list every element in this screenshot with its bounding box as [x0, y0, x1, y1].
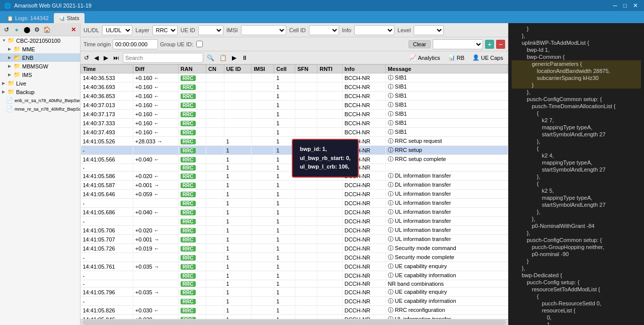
root-folder-icon: 📁	[8, 37, 15, 44]
table-cell	[295, 73, 317, 83]
level-select[interactable]	[414, 25, 444, 35]
add-filter-button[interactable]: +	[485, 40, 494, 49]
home-button[interactable]: 🏠	[42, 25, 51, 34]
table-row[interactable]: 14:40:36.533+0.160 ←RRC1BCCH-NRⓘ SIB1	[81, 73, 508, 83]
table-row[interactable]: -RRC11DCCH-NR	[81, 164, 508, 172]
search-filter-button[interactable]: 🔍	[205, 54, 216, 62]
title-bar: 🌐 Amarisoft Web GUI 2021-11-19 ─ □ ✕	[0, 0, 644, 11]
col-ueid[interactable]: UE ID	[224, 65, 252, 73]
table-row[interactable]: -RRC11DCCH-NRNR band combinations	[81, 280, 508, 288]
sidebar-close-button[interactable]: ✕	[69, 25, 78, 34]
close-button[interactable]: ✕	[631, 2, 640, 9]
table-row[interactable]: 14:40:37.493+0.160 ←RRC1BCCH-NRⓘ SIB1	[81, 128, 508, 137]
disconnect-button[interactable]: ⬤	[22, 25, 31, 34]
table-cell: 1	[224, 271, 252, 280]
table-row[interactable]: -RRC11DCCH-NRⓘ UL information transfer	[81, 217, 508, 226]
rb-icon: 📊	[448, 54, 455, 61]
sidebar-item-mme-log[interactable]: 📄 mme_nr_sa_n78_40Mhz_BwpSwitch.log ✓	[0, 105, 80, 113]
table-row[interactable]: 14:41:05.706+0.020 ←RRC11DCCH-NRⓘ UL inf…	[81, 226, 508, 235]
group-ueid-checkbox[interactable]	[196, 41, 203, 47]
table-row[interactable]: -RRC11CCCH-NRⓘ RRC setup	[81, 146, 508, 155]
col-message[interactable]: Message	[385, 65, 508, 73]
table-cell: DCCH-NR	[342, 155, 385, 164]
col-cell[interactable]: Cell	[274, 65, 295, 73]
minimize-button[interactable]: ─	[611, 2, 619, 9]
ueid-select[interactable]	[198, 25, 223, 35]
table-row[interactable]: -RRC11DCCH-NRⓘ Security mode complete	[81, 253, 508, 262]
table-row[interactable]: 14:41:05.796+0.035 →RRC11DCCH-NRⓘ UE cap…	[81, 288, 508, 297]
remove-filter-button[interactable]: −	[496, 40, 505, 49]
table-row[interactable]: 14:41:05.761+0.035 →RRC11DCCH-NRⓘ UE cap…	[81, 262, 508, 271]
table-row[interactable]: 14:41:05.846+0.020 ←RRC11DCCH-NRⓘ UL inf…	[81, 315, 508, 319]
col-time[interactable]: Time	[81, 65, 133, 73]
table-row[interactable]: 14:40:36.693+0.160 ←RRC1BCCH-NRⓘ SIB1	[81, 83, 508, 92]
table-row[interactable]: 14:41:05.586+0.020 ←RRC11DCCH-NRⓘ DL inf…	[81, 172, 508, 181]
info-select[interactable]	[354, 25, 394, 35]
table-cell	[252, 181, 274, 190]
analytics-button[interactable]: 📈 Analytics	[407, 53, 443, 62]
table-row[interactable]: 14:41:05.686+0.040 ←RRC11DCCH-NRⓘ UL inf…	[81, 208, 508, 217]
tab-stats[interactable]: 📊 Stats	[54, 13, 85, 23]
table-cell: DCCH-NR	[342, 208, 385, 217]
nav-forward-button[interactable]: ⏭	[112, 54, 121, 62]
col-info[interactable]: Info	[342, 65, 385, 73]
cellid-select[interactable]	[309, 25, 339, 35]
refresh-button[interactable]: ↺	[2, 25, 11, 34]
col-ran[interactable]: RAN	[178, 65, 206, 73]
table-row[interactable]: 14:40:37.333+0.160 ←RRC1BCCH-NRⓘ SIB1	[81, 119, 508, 128]
tab-logs[interactable]: 📋 Logs: 144342	[2, 13, 54, 23]
sidebar-item-live[interactable]: ▶ 📁 Live	[0, 79, 80, 88]
sidebar-item-backup[interactable]: ▶ 📁 Backup	[0, 88, 80, 96]
table-cell	[206, 83, 224, 92]
sidebar-item-enb[interactable]: ▶ 📂 ENB	[0, 53, 80, 62]
table-row[interactable]: 14:40:37.173+0.160 ←RRC1BCCH-NRⓘ SIB1	[81, 110, 508, 119]
table-cell	[295, 119, 317, 128]
table-row[interactable]: 14:41:05.526+28.033 →RRC11CCCH-NRⓘ RRC s…	[81, 137, 508, 146]
col-diff[interactable]: Diff	[133, 65, 178, 73]
rb-button[interactable]: 📊 RB	[445, 53, 467, 62]
pause-button[interactable]: ⏸	[240, 54, 249, 62]
maximize-button[interactable]: □	[621, 2, 629, 9]
nav-prev-button[interactable]: ◀	[93, 54, 100, 62]
table-row[interactable]: 14:41:05.587+0.001 →RRC11DCCH-NRⓘ DL inf…	[81, 181, 508, 190]
table-row[interactable]: 14:41:05.566+0.040 ←RRC11DCCH-NRⓘ RRC se…	[81, 155, 508, 164]
sidebar-item-mbmsgw[interactable]: ▶ 📁 MBMSGW	[0, 62, 80, 70]
table-row[interactable]: 14:41:05.726+0.019 ←RRC11DCCH-NRⓘ Securi…	[81, 244, 508, 253]
bottom-scrollbar[interactable]	[80, 319, 508, 325]
table-row[interactable]: -RRC11DCCH-NRⓘ UL information transfer	[81, 199, 508, 208]
sidebar-item-mme[interactable]: ▶ 📁 MME	[0, 45, 80, 53]
table-row[interactable]: 14:40:36.853+0.160 ←RRC1BCCH-NRⓘ SIB1	[81, 92, 508, 101]
table-cell	[252, 271, 274, 280]
uecaps-button[interactable]: 👤 UE Caps	[469, 53, 506, 62]
table-row[interactable]: 14:40:37.013+0.160 ←RRC1BCCH-NRⓘ SIB1	[81, 101, 508, 110]
table-row[interactable]: 14:41:05.646+0.059 ←RRC11DCCH-NRⓘ UL inf…	[81, 190, 508, 199]
settings-button[interactable]: ⚙	[32, 25, 41, 34]
col-sfn[interactable]: SFN	[295, 65, 317, 73]
code-line: }	[512, 82, 641, 89]
uldl-select[interactable]: UL/DL	[102, 25, 132, 35]
nav-next-button[interactable]: ▶	[102, 54, 110, 62]
nav-back-button[interactable]: ↺	[83, 54, 91, 62]
table-cell: ⓘ RRC reconfiguration	[385, 306, 508, 315]
table-cell	[133, 271, 178, 280]
tree-root[interactable]: ▼ 📁 CBC-2021050100	[0, 36, 80, 45]
extra-filter-select[interactable]	[433, 39, 483, 49]
table-row[interactable]: 14:41:05.707+0.001 →RRC11DCCH-NRⓘ UL inf…	[81, 235, 508, 244]
col-imsi[interactable]: IMSI	[252, 65, 274, 73]
col-cn[interactable]: CN	[206, 65, 224, 73]
clear-button[interactable]: Clear	[409, 40, 431, 48]
table-row[interactable]: -RRC11DCCH-NRⓘ UE capability information	[81, 297, 508, 306]
layer-select[interactable]: RRC	[152, 25, 178, 35]
search-input[interactable]	[123, 53, 203, 63]
imsi-select[interactable]	[241, 25, 286, 35]
sidebar-item-enb-log[interactable]: 📄 enb_nr_sa_n78_40Mhz_BwpSwitch.log ✓	[0, 96, 80, 105]
table-row[interactable]: -RRC11DCCH-NRⓘ UE capability information	[81, 271, 508, 280]
table-cell: +0.040 ←	[133, 208, 178, 217]
sidebar-item-ims[interactable]: ▶ 📁 IMS	[0, 70, 80, 79]
time-origin-input[interactable]	[113, 39, 158, 49]
table-row[interactable]: 14:41:05.826+0.030 ←RRC11DCCH-NRⓘ RRC re…	[81, 306, 508, 315]
col-rnti[interactable]: RNTI	[317, 65, 342, 73]
search-export-button[interactable]: 📋	[218, 54, 228, 62]
connect-button[interactable]: ●	[12, 25, 21, 34]
play-button[interactable]: ▶	[230, 54, 238, 62]
